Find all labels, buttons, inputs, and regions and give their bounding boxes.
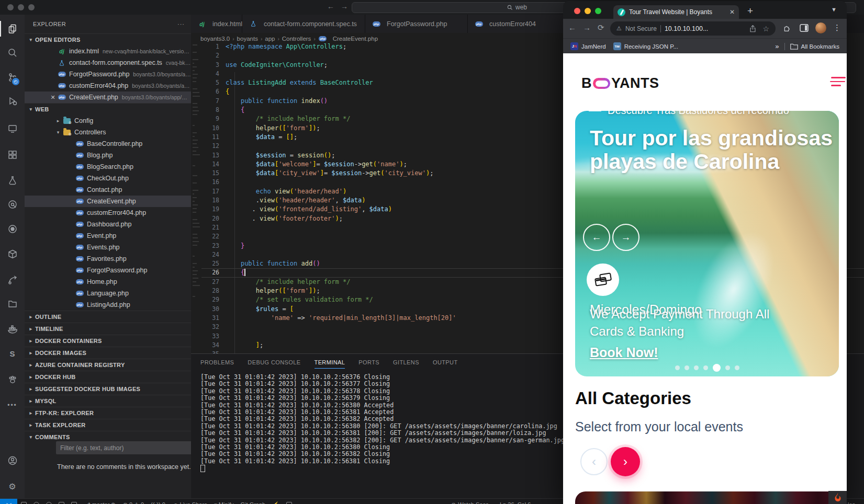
tree-item[interactable]: phpEvent.php: [25, 230, 191, 242]
comments-filter-input[interactable]: Filter (e.g. text, author): [56, 441, 205, 454]
section-docker-containers[interactable]: ▸DOCKER CONTAINERS: [25, 335, 191, 347]
tree-item[interactable]: phpListingAdd.php: [25, 299, 191, 311]
editor-tab[interactable]: contact-form.component.spec.ts: [242, 15, 365, 33]
event-card-image[interactable]: [575, 491, 839, 504]
hero-carousel[interactable]: Descubre Tras Bastidores del recorrido T…: [575, 111, 839, 376]
remote-indicator[interactable]: ><: [0, 499, 17, 504]
section-azure-container-registry[interactable]: ▸AZURE CONTAINER REGISTRY: [25, 359, 191, 371]
sidebar-more-icon[interactable]: ···: [177, 21, 185, 27]
status-layout-icon[interactable]: [71, 502, 77, 504]
share-icon[interactable]: [749, 25, 756, 32]
stylelint-icon[interactable]: S: [0, 346, 25, 361]
history-back-icon[interactable]: ←: [326, 2, 336, 10]
categories-next-button[interactable]: ›: [611, 447, 640, 476]
explorer-icon[interactable]: [0, 21, 25, 37]
categories-prev-button[interactable]: ‹: [580, 448, 608, 475]
open-editor-item[interactable]: phpcustomError404.phpboyants3.0/boyants/…: [25, 80, 191, 91]
browser-minimize-light[interactable]: [585, 8, 591, 14]
vscode-minimize-light[interactable]: [18, 4, 24, 10]
breadcrumb-item[interactable]: boyants: [237, 36, 258, 42]
breadcrumb-item[interactable]: boyants3.0: [200, 36, 230, 42]
status-search-icon[interactable]: [33, 502, 39, 504]
breadcrumb-item[interactable]: Controllers: [282, 36, 311, 42]
search-icon[interactable]: [0, 45, 25, 61]
tree-item[interactable]: phpcustomError404.php: [25, 207, 191, 219]
source-control-icon[interactable]: ◴: [0, 70, 25, 85]
hero-prev-button[interactable]: ←: [583, 224, 610, 251]
hamburger-menu-icon[interactable]: [831, 77, 847, 88]
browser-back-icon[interactable]: ←: [568, 23, 576, 32]
browser-reload-icon[interactable]: ⟳: [598, 23, 604, 32]
status-copy-icon[interactable]: [21, 502, 27, 504]
status-play-icon[interactable]: [59, 502, 64, 504]
live-share-icon[interactable]: [0, 197, 25, 212]
carousel-dot-6[interactable]: [725, 365, 730, 370]
tree-item[interactable]: phpFavorites.php: [25, 253, 191, 265]
vscode-zoom-light[interactable]: [28, 4, 35, 10]
panel-tab-output[interactable]: OUTPUT: [433, 356, 458, 368]
panel-tab-ports[interactable]: PORTS: [358, 356, 379, 368]
tree-item[interactable]: phpLanguage.php: [25, 288, 191, 299]
hero-next-button[interactable]: →: [612, 224, 639, 251]
panel-tab-problems[interactable]: PROBLEMS: [200, 356, 234, 368]
address-bar[interactable]: ⚠ Not Secure 10.10.10.100... ☆: [610, 21, 776, 36]
tree-item[interactable]: phpContact.php: [25, 184, 191, 196]
open-editor-item[interactable]: phpForgotPassword.phpboyants3.0/boyants/…: [25, 68, 191, 80]
carousel-dot-5[interactable]: [713, 364, 721, 372]
bookmark-item[interactable]: TIMReceiving JSON P...: [613, 42, 678, 50]
section-mysql[interactable]: ▸MYSQL: [25, 395, 191, 407]
folder-icon[interactable]: [0, 296, 25, 312]
section-open-editors[interactable]: ▾OPEN EDITORS: [25, 33, 191, 45]
carousel-dot-1[interactable]: [675, 365, 680, 370]
editor-tab[interactable]: djindex.html: [191, 15, 242, 33]
tab-close-icon[interactable]: ✕: [730, 8, 735, 16]
tree-item[interactable]: phpCreateEvent.php: [25, 196, 191, 207]
paw-icon[interactable]: [0, 372, 25, 387]
tree-item[interactable]: phpBlog.php: [25, 150, 191, 161]
tree-item[interactable]: phpForgotPassword.php: [25, 265, 191, 276]
section-outline[interactable]: ▸OUTLINE: [25, 311, 191, 323]
browser-forward-icon[interactable]: →: [583, 23, 591, 32]
history-forward-icon[interactable]: →: [339, 2, 350, 10]
section-suggested-docker-hub-images[interactable]: ▸SUGGESTED DOCKER HUB IMAGES: [25, 383, 191, 395]
section-docker-hub[interactable]: ▸DOCKER HUB: [25, 371, 191, 383]
tree-item[interactable]: phpCheckOut.php: [25, 173, 191, 184]
open-editor-item[interactable]: djindex.htmlnew-cvaq/html-bank/black_ver…: [25, 45, 191, 57]
settings-gear-icon[interactable]: ⚙: [0, 478, 25, 494]
test-flask-icon[interactable]: [0, 173, 25, 188]
open-editor-item[interactable]: ✕phpCreateEvent.phpboyants3.0/boyants/ap…: [25, 91, 191, 103]
status-bolt-icon[interactable]: ⚡: [272, 501, 279, 504]
tree-item[interactable]: phpHome.php: [25, 276, 191, 288]
breadcrumb-item[interactable]: CreateEvent.php: [333, 36, 378, 42]
status-minify[interactable]: ▾ Minify: [214, 501, 233, 504]
status-errors[interactable]: ⊗ 0 ⚠ 0: [123, 501, 144, 504]
run-debug-icon[interactable]: [0, 93, 25, 109]
browser-zoom-light[interactable]: [595, 8, 601, 14]
editor-tab[interactable]: phpForgotPassword.php: [365, 15, 468, 33]
browser-tab[interactable]: Tour Travel Website | Boyants ✕: [613, 5, 739, 19]
section-docker-images[interactable]: ▸DOCKER IMAGES: [25, 347, 191, 359]
editor-minimap[interactable]: [191, 44, 201, 353]
open-editor-item[interactable]: contact-form.component.spec.tscvaq-bk-a.…: [25, 57, 191, 68]
panel-tab-gitlens[interactable]: GITLENS: [393, 356, 419, 368]
section-workspace[interactable]: ▾WEB: [25, 103, 191, 115]
tree-item[interactable]: ▸⚙Config: [25, 115, 191, 127]
package-icon[interactable]: [0, 246, 25, 262]
close-icon[interactable]: ✕: [49, 94, 57, 101]
site-logo[interactable]: BYANTS: [581, 75, 659, 91]
breadcrumb-item[interactable]: app: [265, 36, 275, 42]
account-icon[interactable]: [0, 453, 25, 468]
bookmark-item[interactable]: JNJamNerd: [570, 42, 606, 50]
panel-tab-debug-console[interactable]: DEBUG CONSOLE: [248, 356, 300, 368]
rest-client-icon[interactable]: [0, 272, 25, 288]
status-cursor-position[interactable]: Ln 26, Col 6: [500, 499, 531, 504]
extensions-icon[interactable]: [0, 147, 25, 163]
tree-item[interactable]: phpDashboard.php: [25, 219, 191, 230]
bookmark-star-icon[interactable]: ☆: [762, 25, 769, 33]
all-bookmarks-label[interactable]: All Bookmarks: [801, 43, 840, 50]
tree-item[interactable]: phpBlogSearch.php: [25, 161, 191, 173]
status-org-icon[interactable]: [46, 502, 52, 504]
status-branch[interactable]: ⎇ master ⟳: [84, 501, 116, 504]
carousel-dot-3[interactable]: [694, 365, 699, 370]
carousel-dot-2[interactable]: [685, 365, 689, 370]
